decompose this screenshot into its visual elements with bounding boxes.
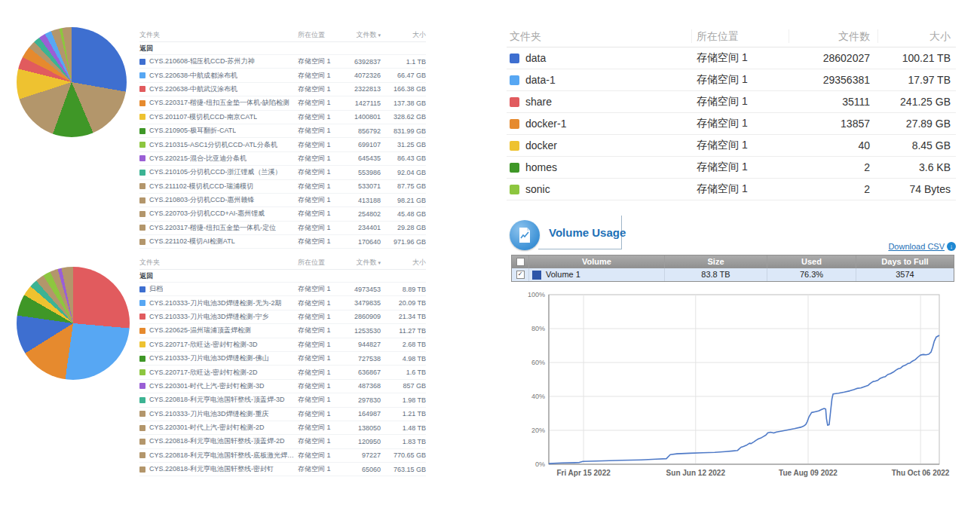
folder-size: 1.83 TB xyxy=(381,438,426,445)
folder-location: 存储空间 1 xyxy=(298,312,337,322)
folder-color-swatch xyxy=(510,141,519,151)
folder-location: 存储空间 1 xyxy=(298,57,337,66)
folder-color-swatch xyxy=(139,369,145,375)
column-header-volume[interactable]: Volume xyxy=(528,255,664,268)
table-row[interactable]: 归档 存储空间 1 4973453 8.89 TB xyxy=(139,283,426,296)
column-header-location[interactable]: 所在位置 xyxy=(691,29,789,43)
back-row[interactable]: 返回 xyxy=(139,42,426,55)
back-row[interactable]: 返回 xyxy=(139,270,426,283)
folder-color-swatch xyxy=(139,425,145,431)
folder-name: CYS.220301-时代上汽-密封钉检测-3D xyxy=(149,381,265,391)
folder-size: 8.89 TB xyxy=(381,286,426,293)
folder-file-count: 97227 xyxy=(337,451,381,459)
folder-name: CYS.211102-模切机CCD-瑞浦模切 xyxy=(149,182,253,191)
table-row[interactable]: CYS.220818-利元亨电池国轩整线-底板激光焊缝-... 存储空间 1 9… xyxy=(139,449,426,463)
folder-color-swatch xyxy=(510,75,519,85)
folder-file-count: 254802 xyxy=(337,210,381,218)
table-row[interactable]: CYS.211102-模切机CCD-瑞浦模切 存储空间 1 533071 87.… xyxy=(139,180,426,194)
column-header-days-to-full[interactable]: Days to Full xyxy=(856,255,954,268)
volume-table-header: Volume Size Used Days to Full xyxy=(512,255,954,268)
column-header-location[interactable]: 所在位置 xyxy=(298,30,337,40)
column-header-used[interactable]: Used xyxy=(767,255,856,268)
folder-location: 存储空间 1 xyxy=(692,161,789,174)
column-header-size[interactable]: 大小 xyxy=(877,29,956,43)
folder-location: 存储空间 1 xyxy=(298,326,337,335)
table-row[interactable]: CYS.220638-中航成都涂布机 存储空间 1 4072326 66.47 … xyxy=(139,69,426,82)
table-row[interactable]: CYS.210905-极耳翻折-CATL 存储空间 1 856792 831.9… xyxy=(139,124,426,138)
column-header-size[interactable]: 大小 xyxy=(381,258,426,268)
table-row[interactable]: share 存储空间 1 35111 241.25 GB xyxy=(507,91,956,113)
folder-location: 存储空间 1 xyxy=(298,395,337,405)
folder-color-swatch xyxy=(139,114,145,120)
table-row[interactable]: CYS.220818-利元亨电池国轩整线-顶盖焊-3D 存储空间 1 29783… xyxy=(139,393,426,407)
folder-size: 87.75 GB xyxy=(381,182,426,190)
table-row[interactable]: CYS.220818-利元亨电池国轩整线-顶盖焊-2D 存储空间 1 12095… xyxy=(139,435,426,448)
folder-size: 4.98 TB xyxy=(381,355,426,363)
folder-color-swatch xyxy=(139,286,145,292)
folder-file-count: 553986 xyxy=(337,169,381,176)
folder-size: 74 Bytes xyxy=(877,183,956,195)
folder-location: 存储空间 1 xyxy=(298,209,337,219)
folder-color-swatch xyxy=(139,239,145,245)
table-row[interactable]: CYS.210803-分切机CCD-惠州赣锋 存储空间 1 413188 98.… xyxy=(139,194,426,207)
table-row[interactable]: CYS.210315-ASC1分切机CCD-ATL分条机 存储空间 1 6991… xyxy=(139,138,426,151)
table-row[interactable]: CYS.201107-模切机CCD-南京CATL 存储空间 1 1400801 … xyxy=(139,111,426,124)
folder-table-top: 文件夹 所在位置 文件数▾ 大小 返回 CYS.210608-辊压机CCD-苏州… xyxy=(139,29,426,249)
table-row[interactable]: CYS.210105-分切机CCD-浙江锂威（兰溪） 存储空间 1 553986… xyxy=(139,166,426,179)
folder-file-count: 2 xyxy=(789,183,877,195)
table-row[interactable]: CYS.220703-分切机CCD+AI-惠州锂威 存储空间 1 254802 … xyxy=(139,207,426,221)
column-header-location[interactable]: 所在位置 xyxy=(298,258,337,268)
table-row[interactable]: CYS.210333-刀片电池3D焊缝检测-宁乡 存储空间 1 2860909 … xyxy=(139,311,426,324)
column-header-count[interactable]: 文件数▾ xyxy=(337,258,381,268)
table-row[interactable]: CYS.220317-楷捷-纽扣五金垫一体机-缺陷检测 存储空间 1 14271… xyxy=(139,96,426,110)
panel-title: Volume Usage xyxy=(549,226,626,239)
folder-file-count: 1427115 xyxy=(337,99,381,107)
table-row[interactable]: CYS.210333-刀片电池3D焊缝检测-无为-2期 存储空间 1 34798… xyxy=(139,296,426,310)
table-header-row: 文件夹 所在位置 文件数▾ 大小 xyxy=(139,256,426,270)
table-row[interactable]: CYS.220301-时代上汽-密封钉检测-3D 存储空间 1 487368 8… xyxy=(139,380,426,393)
download-csv-link[interactable]: Download CSV ↓ xyxy=(859,242,956,251)
column-header-folder[interactable]: 文件夹 xyxy=(507,29,691,43)
folder-color-swatch xyxy=(510,119,519,129)
folder-file-count: 35111 xyxy=(789,96,877,108)
table-row[interactable]: CYS.220818-利元亨电池国轩整线-密封钉 存储空间 1 65060 76… xyxy=(139,463,426,476)
table-row[interactable]: CYS.210608-辊压机CCD-苏州力神 存储空间 1 6392837 1.… xyxy=(139,55,426,69)
table-row[interactable]: data 存储空间 1 28602027 100.21 TB xyxy=(507,47,956,69)
row-checkbox[interactable]: ✓ xyxy=(516,271,525,279)
folder-size: 27.89 GB xyxy=(877,118,956,130)
folder-name: data-1 xyxy=(525,74,556,86)
column-header-folder[interactable]: 文件夹 xyxy=(139,258,298,268)
table-row[interactable]: CYS.220301-时代上汽-密封钉检测-2D 存储空间 1 138050 1… xyxy=(139,421,426,435)
table-row[interactable]: CYS.220717-欣旺达-密封钉检测-2D 存储空间 1 636867 1.… xyxy=(139,366,426,379)
svg-text:Thu Oct 06 2022: Thu Oct 06 2022 xyxy=(892,469,950,477)
table-row[interactable]: sonic 存储空间 1 2 74 Bytes xyxy=(507,179,956,200)
table-row[interactable]: CYS.221102-模切AI检测ATL 存储空间 1 170640 971.9… xyxy=(139,235,426,249)
table-row[interactable]: CYS.220317-楷捷-纽扣五金垫一体机-定位 存储空间 1 234401 … xyxy=(139,222,426,235)
table-row[interactable]: data-1 存储空间 1 29356381 17.97 TB xyxy=(507,69,956,91)
table-row[interactable]: homes 存储空间 1 2 3.6 KB xyxy=(507,157,956,179)
table-row[interactable]: CYS.220638-中航武汉涂布机 存储空间 1 2322813 166.38… xyxy=(139,83,426,96)
table-row[interactable]: CYS.210333-刀片电池3D焊缝检测-佛山 存储空间 1 727538 4… xyxy=(139,352,426,366)
folder-location: 存储空间 1 xyxy=(692,73,789,87)
table-row[interactable]: CYS.220215-混合-比亚迪分条机 存储空间 1 645435 86.43… xyxy=(139,152,426,166)
table-row[interactable]: CYS.220625-温州瑞浦顶盖焊检测 存储空间 1 1253530 11.2… xyxy=(139,324,426,338)
column-header-size[interactable]: Size xyxy=(664,255,767,268)
table-row[interactable]: ✓ Volume 1 83.8 TB 76.3% 3574 xyxy=(512,268,954,281)
table-row[interactable]: CYS.210333-刀片电池3D焊缝检测-重庆 存储空间 1 164987 1… xyxy=(139,408,426,421)
table-row[interactable]: CYS.220717-欣旺达-密封钉检测-3D 存储空间 1 944827 2.… xyxy=(139,338,426,352)
select-all-checkbox[interactable] xyxy=(516,258,525,266)
folder-color-swatch xyxy=(139,86,145,92)
folder-color-swatch xyxy=(139,211,145,217)
folder-location: 存储空间 1 xyxy=(692,139,789,152)
column-header-folder[interactable]: 文件夹 xyxy=(139,30,298,40)
column-header-count[interactable]: 文件数▾ xyxy=(337,30,381,40)
folder-file-count: 120950 xyxy=(337,438,381,445)
folder-size: 86.43 GB xyxy=(381,154,426,162)
folder-file-count: 3479835 xyxy=(337,299,381,307)
folder-location: 存储空间 1 xyxy=(298,381,337,391)
table-row[interactable]: docker 存储空间 1 40 8.45 GB xyxy=(507,135,956,157)
table-row[interactable]: docker-1 存储空间 1 13857 27.89 GB xyxy=(507,113,956,135)
column-header-size[interactable]: 大小 xyxy=(381,30,426,40)
folder-file-count: 297830 xyxy=(337,396,381,404)
column-header-count[interactable]: 文件数 xyxy=(789,29,877,43)
